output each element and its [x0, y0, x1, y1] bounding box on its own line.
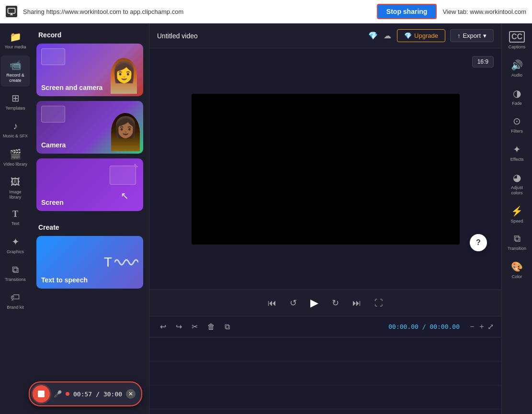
record-create-icon: 📹	[10, 59, 22, 71]
transition-icon: ⧉	[514, 233, 521, 244]
editor-header: 💎 ☁ 💎 Upgrade ↑ Export ▾	[149, 23, 501, 48]
screen-label: Screen	[41, 199, 64, 206]
sidebar-item-image-library[interactable]: 🖼 Image library	[1, 173, 30, 204]
color-label: Color	[512, 274, 522, 280]
cursor-icon: ↖	[121, 190, 129, 201]
left-sidebar: 📁 Your media 📹 Record & create ⊞ Templat…	[0, 23, 31, 414]
export-icon: ↑	[457, 32, 461, 39]
help-button[interactable]: ?	[470, 234, 487, 251]
right-tool-adjust-colors[interactable]: ◕ Adjust colors	[504, 168, 531, 200]
sidebar-item-templates[interactable]: ⊞ Templates	[1, 89, 30, 115]
music-icon: ♪	[13, 121, 18, 132]
cut-button[interactable]: ✂	[189, 320, 201, 333]
playback-controls: ⏮ ↺ ▶ ↻ ⏭ ⛶	[149, 290, 501, 316]
recording-elapsed: 00:57	[73, 391, 92, 398]
zoom-in-button[interactable]: ＋	[478, 322, 486, 332]
delete-button[interactable]: 🗑	[204, 321, 218, 333]
export-button[interactable]: ↑ Export ▾	[450, 29, 494, 42]
video-canvas	[192, 94, 460, 245]
stop-sharing-button[interactable]: Stop sharing	[377, 4, 437, 19]
sidebar-item-brand-kit[interactable]: 🏷 Brand kit	[1, 288, 30, 314]
camera-preview-box	[41, 106, 65, 123]
svg-rect-0	[8, 8, 15, 13]
view-tab-text: View tab: www.workintool.com	[442, 8, 526, 15]
timeline-toolbar: ↩ ↪ ✂ 🗑 ⧉ 00:00.00 / 00:00.00 － ＋ ⤢	[149, 316, 501, 337]
fade-icon: ◑	[513, 88, 521, 99]
forward-button[interactable]: ↻	[330, 296, 341, 310]
zoom-out-button[interactable]: －	[468, 322, 476, 332]
right-tool-fade[interactable]: ◑ Fade	[504, 84, 531, 110]
right-tool-audio[interactable]: 🔊 Audio	[504, 56, 531, 82]
sidebar-item-video-library[interactable]: 🎬 Video library	[1, 145, 30, 171]
sidebar-item-transitions[interactable]: ⧉ Transitions	[1, 260, 30, 286]
screen-camera-card[interactable]: Screen and camera 👩	[36, 44, 143, 96]
total-time: 00:00.00	[430, 323, 460, 330]
right-tool-captions[interactable]: CC Captions	[504, 27, 531, 54]
sidebar-item-label: Graphics	[7, 249, 24, 255]
screen-preview	[41, 48, 65, 65]
right-tool-filters[interactable]: ⊙ Filters	[504, 112, 531, 138]
skip-forward-button[interactable]: ⏭	[351, 296, 363, 310]
captions-label: Captions	[509, 45, 526, 50]
sidebar-item-label: Templates	[5, 106, 25, 111]
right-tool-color[interactable]: 🎨 Color	[504, 257, 531, 283]
duplicate-button[interactable]: ⧉	[222, 321, 233, 333]
screen-preview-box	[110, 166, 136, 185]
tts-text-icon: T	[104, 255, 112, 270]
sidebar-item-label: Video library	[3, 162, 27, 167]
transition-label: Transition	[508, 246, 526, 251]
microphone-icon: 🎤	[54, 390, 62, 398]
filters-label: Filters	[511, 129, 523, 134]
rewind-button[interactable]: ↺	[288, 296, 299, 310]
sidebar-item-your-media[interactable]: 📁 Your media	[1, 27, 30, 54]
right-tool-speed[interactable]: ⚡ Speed	[504, 201, 531, 228]
play-button[interactable]: ▶	[308, 295, 320, 311]
skip-back-button[interactable]: ⏮	[266, 296, 278, 310]
sidebar-item-label: Record & create	[3, 73, 28, 83]
tts-icon-group: T	[104, 255, 138, 270]
right-tool-effects[interactable]: ✦ Effects	[504, 140, 531, 166]
undo-button[interactable]: ↩	[157, 320, 169, 333]
camera-label: Camera	[41, 141, 66, 149]
sidebar-item-music-sfx[interactable]: ♪ Music & SFX	[1, 117, 30, 143]
right-sidebar: CC Captions 🔊 Audio ◑ Fade ⊙ Filters ✦ E…	[501, 23, 532, 414]
redo-button[interactable]: ↪	[173, 320, 185, 333]
record-section-title: Record	[31, 23, 149, 44]
tts-wave-icon	[114, 255, 138, 269]
sidebar-item-label: Your media	[4, 45, 26, 50]
screen-camera-label: Screen and camera	[41, 84, 102, 91]
camera-card[interactable]: Camera 👩🏾	[36, 101, 143, 154]
time-separator: /	[422, 323, 430, 330]
fit-to-screen-button[interactable]: ⤢	[487, 322, 494, 331]
sidebar-item-label: Image library	[3, 190, 28, 200]
sidebar-item-text[interactable]: T Text	[1, 205, 30, 230]
fullscreen-button[interactable]: ⛶	[373, 296, 385, 310]
header-actions: 💎 Upgrade ↑ Export ▾	[397, 29, 494, 42]
adjust-colors-label: Adjust colors	[506, 185, 529, 196]
recording-stop-button[interactable]	[33, 385, 50, 403]
right-tool-transition[interactable]: ⧉ Transition	[504, 229, 531, 255]
text-to-speech-card[interactable]: Text to speech T	[36, 236, 143, 289]
screen-card[interactable]: Screen ↖ ⤡	[36, 158, 143, 211]
video-title-input[interactable]	[157, 32, 362, 40]
upgrade-button[interactable]: 💎 Upgrade	[397, 29, 445, 42]
graphics-icon: ✦	[11, 236, 20, 247]
top-bar: Sharing https://www.workintool.com to ap…	[0, 0, 532, 23]
create-section-title: Create	[31, 216, 149, 236]
sidebar-item-graphics[interactable]: ✦ Graphics	[1, 232, 30, 258]
sharing-text: Sharing https://www.workintool.com to ap…	[23, 8, 371, 15]
sidebar-item-record-create[interactable]: 📹 Record & create	[1, 56, 30, 87]
color-icon: 🎨	[511, 261, 523, 272]
audio-icon: 🔊	[511, 59, 523, 71]
aspect-ratio-badge[interactable]: 16:9	[472, 56, 494, 67]
video-library-icon: 🎬	[10, 148, 22, 160]
effects-icon: ✦	[513, 144, 521, 155]
filters-icon: ⊙	[513, 115, 521, 127]
audio-label: Audio	[511, 73, 522, 78]
upgrade-label: Upgrade	[414, 32, 438, 39]
screen-share-icon	[6, 6, 17, 17]
timeline-track-2	[149, 361, 501, 385]
timeline-area	[149, 337, 501, 414]
recording-close-button[interactable]: ✕	[126, 389, 136, 399]
text-icon: T	[12, 209, 18, 219]
